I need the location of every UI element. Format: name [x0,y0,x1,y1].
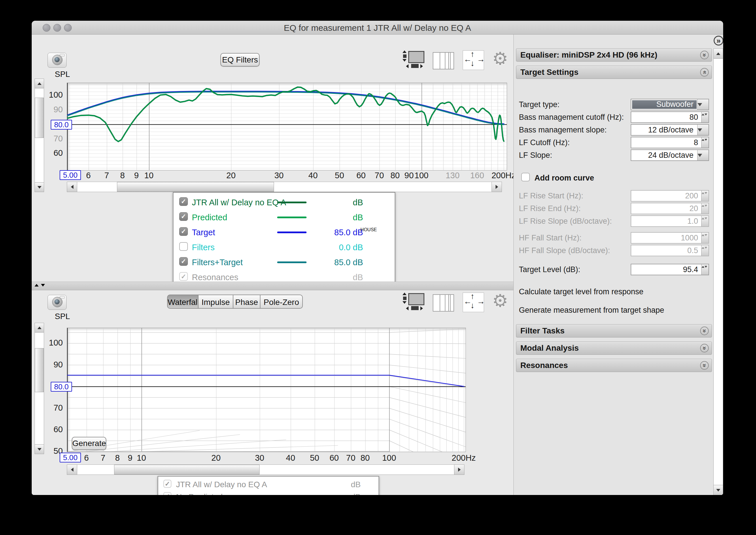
legend-checkbox[interactable]: ✓ [179,212,188,221]
section-target-settings[interactable]: Target Settings » [516,66,712,79]
spinner-buttons [701,216,709,226]
camera-icon[interactable] [47,50,67,70]
legend-row[interactable]: ✓Target85.0 dBHOUSE [173,226,395,240]
scroll-up-button[interactable] [713,48,723,59]
generate-measurement-link[interactable]: Generate measurement from target shape [519,306,664,315]
pan-arrows-icon[interactable]: ↑ ← → ↓ [463,50,484,70]
top-chart-hscrollbar[interactable] [67,182,502,192]
scrollbar-thumb[interactable] [117,182,274,192]
legend-checkbox[interactable]: ✓ [163,480,171,488]
x-tick-label: 20 [207,453,225,463]
section-title: Equaliser: miniDSP 2x4 HD (96 kHz) [520,49,657,61]
graph-limits-icon[interactable] [402,293,425,312]
lf-slope-select[interactable]: 24 dB/octave [631,150,709,161]
top-chart-x-axis: 6789102030405060708090100130160200Hz [67,171,510,181]
dropdown-arrow-icon[interactable] [697,150,709,160]
legend-label: JTR All w/ Delay no EQ A [176,480,267,489]
spinner-buttons[interactable] [701,112,709,122]
frequency-bands-icon[interactable] [433,294,454,312]
add-room-curve-checkbox[interactable] [521,173,530,182]
pane-divider[interactable] [32,282,513,290]
title-bar[interactable]: EQ for measurement 1 JTR All w/ Delay no… [32,21,723,35]
x-tick-label: 160 [469,171,486,180]
spinner-buttons [701,245,709,256]
spinner-buttons[interactable] [701,264,709,275]
app-window: EQ for measurement 1 JTR All w/ Delay no… [32,21,723,495]
legend-checkbox[interactable]: ✓ [163,492,171,495]
section-modal-analysis[interactable]: Modal Analysis » [516,342,712,355]
section-filter-tasks[interactable]: Filter Tasks » [516,324,712,337]
generate-button[interactable]: Generate [72,437,106,450]
y-tick-label: 60 [54,425,63,434]
x-tick-label: 100 [381,453,398,463]
lf-cutoff-input[interactable]: 8 [631,137,709,148]
legend-checkbox[interactable]: ✓ [179,197,188,206]
tab-impulse[interactable]: Impulse [198,295,233,309]
legend-value: 85.0 dB [300,228,363,237]
target-level-input[interactable]: 95.4 [631,264,709,275]
spl-chart-canvas [67,83,507,170]
legend-row[interactable]: ✓JTR All w/ Delay no EQ AdB [158,479,379,491]
scroll-right-button[interactable] [491,182,502,192]
gear-icon[interactable]: ⚙ [490,291,510,311]
legend-checkbox[interactable]: ✓ [179,272,188,281]
legend-row[interactable]: ✓No PredicteddB [158,491,379,495]
waterfall-chart-plot[interactable]: Generate [67,328,466,452]
legend-row[interactable]: ✓PredicteddB [173,211,395,225]
legend-row[interactable]: ✓Filters+Target85.0 dB [173,256,395,270]
lf-rise-slope-label: LF Rise Slope (dB/octave): [519,215,612,227]
expand-section-icon[interactable]: » [700,361,709,370]
frequency-bands-icon[interactable] [433,52,454,70]
bass-slope-select[interactable]: 12 dB/octave [631,124,709,136]
top-chart-legend: ✓JTR All w/ Delay no EQ AdB✓PredicteddB✓… [173,192,395,282]
dropdown-arrow-icon[interactable] [697,125,709,135]
top-y-cursor-value[interactable]: 80.0 [51,120,72,129]
scrollbar-thumb[interactable] [114,465,260,474]
scroll-left-button[interactable] [67,182,77,192]
bottom-chart-hscrollbar[interactable] [67,465,464,475]
lf-rise-start-label: LF Rise Start (Hz): [519,190,583,202]
scroll-down-button[interactable] [713,485,723,495]
legend-row[interactable]: ✓JTR All w/ Delay no EQ AdB [173,196,395,210]
expand-section-icon[interactable]: » [700,51,709,59]
scroll-left-button[interactable] [67,465,77,475]
spinner-buttons[interactable] [701,137,709,148]
legend-checkbox[interactable] [179,242,188,251]
bass-cutoff-input[interactable]: 80 [631,111,709,123]
section-title: Filter Tasks [520,324,565,337]
expand-section-icon[interactable]: » [700,326,709,335]
gear-icon[interactable]: ⚙ [490,48,510,69]
eq-filters-button[interactable]: EQ Filters [220,53,260,67]
dropdown-arrow-icon[interactable] [697,99,709,110]
scroll-down-button[interactable] [35,182,44,192]
x-tick-label: 10 [140,171,158,180]
expand-section-icon[interactable]: » [700,344,709,352]
top-x-cursor-value[interactable]: 5.00 [60,170,81,180]
target-type-select[interactable]: Subwoofer [631,99,709,110]
tab-pole-zero[interactable]: Pole-Zero [260,295,303,309]
spl-chart-plot[interactable] [67,83,507,170]
collapse-section-icon[interactable]: » [700,68,709,76]
legend-checkbox[interactable]: ✓ [179,227,188,236]
legend-row[interactable]: Filters0.0 dB [173,241,395,255]
bottom-x-cursor-value[interactable]: 5.00 [60,453,81,463]
graph-limits-icon[interactable] [402,50,425,70]
bottom-y-cursor-value[interactable]: 80.0 [51,382,72,392]
legend-value: dB [300,213,363,222]
scroll-right-button[interactable] [454,465,464,475]
bass-cutoff-label: Bass management cutoff (Hz): [519,111,624,123]
y-tick-label: 100 [49,90,63,99]
camera-icon[interactable] [47,292,67,312]
bottom-spl-axis-label: SPL [55,312,70,321]
spinner-buttons [701,191,709,201]
calculate-target-level-link[interactable]: Calculate target level from response [519,287,643,296]
hf-fall-slope-label: HF Fall Slope (dB/octave): [519,245,610,256]
section-resonances[interactable]: Resonances » [516,359,712,372]
tab-phase[interactable]: Phase [233,295,260,309]
panel-vscrollbar[interactable] [713,48,723,495]
collapse-panel-icon[interactable]: » [713,36,723,45]
pan-arrows-icon[interactable]: ↑ ← → ↓ [463,293,484,312]
tab-waterfall[interactable]: Waterfall [167,295,198,309]
legend-checkbox[interactable]: ✓ [179,257,188,266]
section-equaliser[interactable]: Equaliser: miniDSP 2x4 HD (96 kHz) » [516,48,712,62]
